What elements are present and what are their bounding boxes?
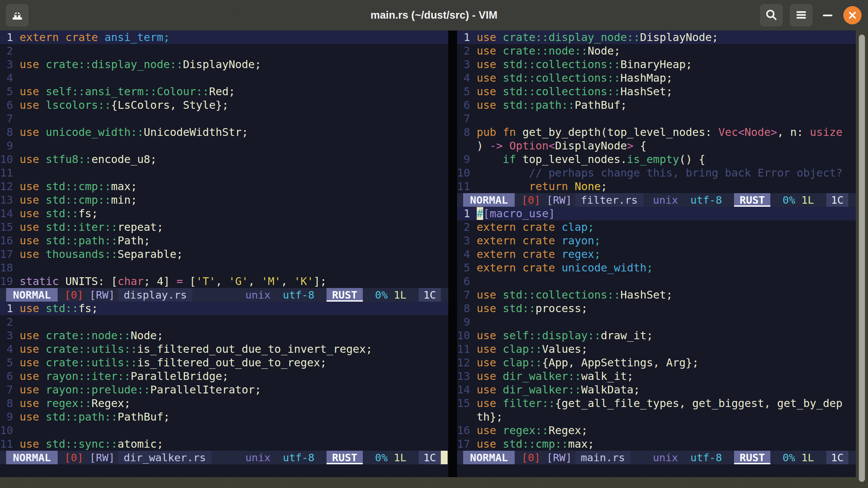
code-token: std::collections:: xyxy=(503,288,620,301)
line-number: 9 xyxy=(0,139,20,152)
editor-pane-display.rs[interactable]: 1 extern crate ansi_term; 2 3 use crate:… xyxy=(0,30,448,288)
code-token: ; xyxy=(647,261,653,274)
status-encoding: utf-8 xyxy=(690,451,722,464)
code-token: ; xyxy=(594,248,601,261)
line-number: 10 xyxy=(0,424,20,437)
code-token: UNITS: [ xyxy=(65,275,118,288)
code-token: use xyxy=(477,397,503,410)
code-token: Node xyxy=(745,126,771,139)
line-number: 9 xyxy=(457,153,477,166)
editor-pane-dir_walker.rs[interactable]: 1 use std::fs; 2 3 use crate::node::Node… xyxy=(0,302,448,451)
code-token: use xyxy=(477,302,503,315)
code-line: 16 use std::path::Path; xyxy=(0,234,448,247)
code-line: 5 use self::ansi_term::Colour::Red; xyxy=(0,85,448,98)
statusline-right: unixutf-8RUST0%1L1C xyxy=(245,451,441,464)
code-token: regex:: xyxy=(46,397,92,410)
code-line: 7 xyxy=(0,112,448,125)
status-mode: NORMAL xyxy=(6,288,58,302)
status-mode: NORMAL xyxy=(6,451,58,464)
code-token: ; xyxy=(601,180,607,193)
status-filetype: RUST xyxy=(734,451,770,464)
status-position: 0%1L xyxy=(783,193,814,207)
status-filename: dir_walker.rs xyxy=(118,451,212,464)
vim-left-column: 1 extern crate ansi_term; 2 3 use crate:… xyxy=(0,30,448,477)
line-number: 2 xyxy=(0,316,20,328)
line-number: 8 xyxy=(457,126,477,139)
code-line: 12 use clap::{App, AppSettings, Arg}; xyxy=(457,356,856,369)
minimize-button[interactable] xyxy=(820,4,835,26)
code-token: use xyxy=(20,234,46,247)
code-token xyxy=(477,166,529,179)
code-token: std::cmp:: xyxy=(46,180,111,193)
code-token: DisplayNode; xyxy=(640,31,718,44)
code-token: is_filtered_out_due_to_regex; xyxy=(137,356,327,369)
editor-pane-main.rs[interactable]: 1 #[macro_use] 2 extern crate clap; 3 ex… xyxy=(457,207,856,451)
code-line: 11 return None; xyxy=(457,180,856,193)
status-mode: NORMAL xyxy=(463,451,515,464)
code-line: 5 extern crate unicode_width; xyxy=(457,261,856,274)
code-token: use xyxy=(477,72,503,84)
code-line: 14 use std::fs; xyxy=(0,207,448,220)
search-button[interactable] xyxy=(760,4,783,26)
vim-right-column: 1 use crate::display_node::DisplayNode; … xyxy=(457,30,856,477)
code-token: regex:: xyxy=(503,424,549,437)
code-token: Red; xyxy=(209,85,235,98)
scrollbar-thumb[interactable] xyxy=(859,35,865,482)
menu-button[interactable] xyxy=(790,4,812,26)
code-token: std::collections:: xyxy=(503,58,620,71)
status-register: [0] xyxy=(521,193,540,207)
line-number: 7 xyxy=(457,288,477,301)
editor-pane-filter.rs[interactable]: 1 use crate::display_node::DisplayNode; … xyxy=(457,30,856,193)
code-token: None xyxy=(575,180,601,193)
statusline-right: unixutf-8RUST0%1L1C xyxy=(653,451,848,464)
statusline-filter.rs: NORMAL[0][RW]filter.rsunixutf-8RUST0%1L1… xyxy=(457,193,856,207)
code-token: = xyxy=(176,275,183,288)
code-token: extern crate xyxy=(477,248,561,261)
minimize-icon xyxy=(823,15,832,16)
code-token: < xyxy=(549,139,555,152)
line-number: 14 xyxy=(0,207,20,220)
code-token: use xyxy=(20,58,46,71)
code-token: PathBuf; xyxy=(118,410,170,423)
code-token: rayon xyxy=(561,234,594,247)
close-button[interactable] xyxy=(843,4,862,26)
code-token: use xyxy=(477,288,503,301)
status-os: unix xyxy=(245,451,271,464)
code-token: crate::display_node:: xyxy=(503,31,640,44)
code-token: draw_it; xyxy=(601,329,653,342)
code-line: 17 use std::cmp::max; xyxy=(457,437,856,451)
line-number: 17 xyxy=(457,438,477,450)
status-os: unix xyxy=(653,451,678,464)
code-line: 3 use crate::node::Node; xyxy=(0,329,448,342)
code-token: , n: xyxy=(777,126,810,139)
code-token: std::path:: xyxy=(46,234,118,247)
code-line: 10 use self::display::draw_it; xyxy=(457,329,856,342)
code-token: use xyxy=(477,424,503,437)
code-token: extern crate xyxy=(20,31,104,44)
line-number: 4 xyxy=(0,72,20,84)
line-number: 15 xyxy=(0,221,20,233)
scrollbar-trough[interactable] xyxy=(856,30,868,488)
code-line: 13 use std::cmp::min; xyxy=(0,193,448,207)
code-token: clap:: xyxy=(503,356,542,369)
terminal-cursor xyxy=(441,451,448,464)
code-line: 14 use dir_walker::WalkData; xyxy=(457,383,856,396)
code-line: 9 xyxy=(0,139,448,152)
status-register: [0] xyxy=(521,451,540,464)
code-line: 10 // perhaps change this, bring back Er… xyxy=(457,166,856,180)
line-number: 2 xyxy=(0,44,20,57)
code-token: {App, AppSettings, Arg}; xyxy=(542,356,698,369)
code-token: < xyxy=(738,126,744,139)
code-line: 2 xyxy=(0,315,448,329)
code-token: () { xyxy=(679,153,705,166)
line-number: 2 xyxy=(457,221,477,233)
code-line: 3 extern crate rayon; xyxy=(457,234,856,247)
line-number: 8 xyxy=(457,302,477,315)
line-number: 16 xyxy=(457,424,477,437)
code-line: 11 use std::sync::atomic; xyxy=(0,437,448,451)
code-token: use xyxy=(20,248,46,261)
statusline-left: NORMAL[0][RW]main.rs xyxy=(463,451,630,464)
line-number: 6 xyxy=(457,275,477,288)
code-line: 2 extern crate clap; xyxy=(457,220,856,234)
line-number: 1 xyxy=(0,31,20,44)
